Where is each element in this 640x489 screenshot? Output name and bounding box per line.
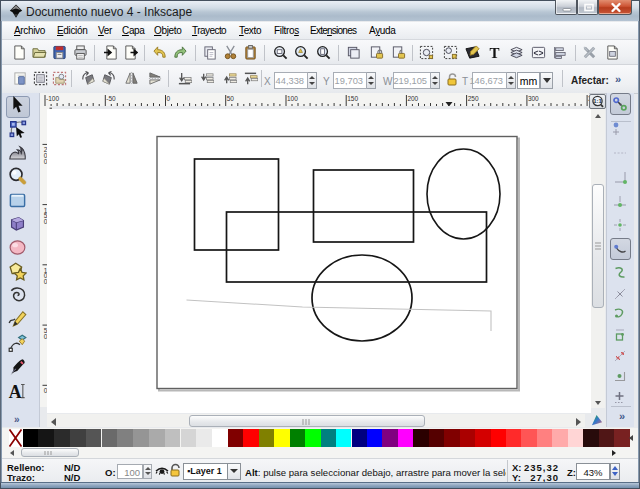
svg-text:T: T xyxy=(489,45,499,60)
svg-text:1:1: 1:1 xyxy=(593,98,602,104)
svg-text:A: A xyxy=(9,382,22,400)
svg-text:<>: <> xyxy=(534,47,544,57)
